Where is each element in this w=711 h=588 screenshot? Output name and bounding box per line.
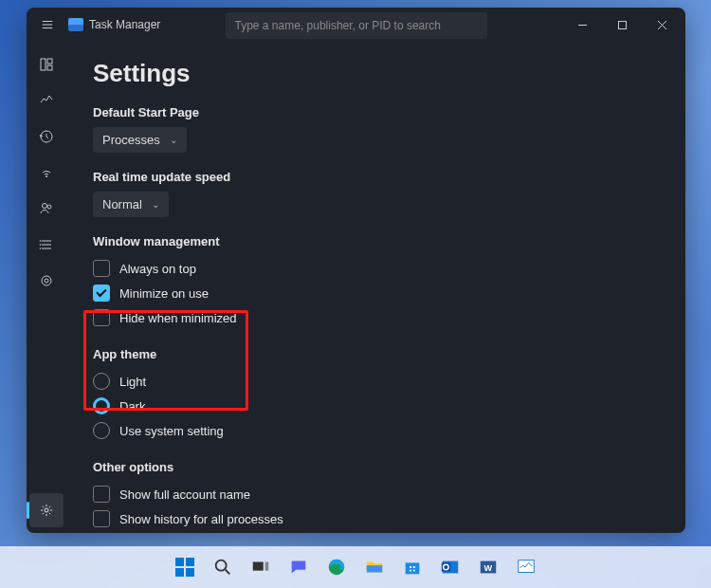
default-start-page-dropdown[interactable]: Processes ⌄ [93,127,187,153]
always-on-top-checkbox[interactable]: Always on top [93,256,659,281]
ask-efficiency-checkbox[interactable]: Ask me before applying Efficiency mode [93,531,659,533]
nav-performance[interactable] [29,83,64,118]
show-history-checkbox[interactable]: Show history for all processes [93,506,659,531]
edge-icon[interactable] [320,551,353,583]
search-placeholder: Type a name, publisher, or PID to search [235,19,441,32]
theme-light-radio[interactable]: Light [93,369,659,394]
checkbox-icon [93,260,110,277]
radio-icon [93,373,110,390]
checkbox-icon [93,510,110,527]
nav-app-history[interactable] [29,119,64,154]
update-speed-dropdown[interactable]: Normal ⌄ [93,192,169,217]
svg-rect-3 [47,65,52,70]
option-label: Use system setting [119,424,224,438]
file-explorer-icon[interactable] [358,551,391,583]
store-icon[interactable] [396,551,428,583]
app-icon [68,18,83,31]
full-account-checkbox[interactable]: Show full account name [93,482,659,506]
update-speed-label: Real time update speed [93,170,659,184]
nav-startup-apps[interactable] [29,156,64,190]
svg-rect-16 [265,562,269,571]
svg-point-6 [43,204,47,209]
chevron-down-icon: ⌄ [170,135,177,145]
option-label: Show history for all processes [119,512,283,526]
nav-users[interactable] [29,192,64,226]
radio-icon [93,397,110,414]
option-label: Always on top [119,262,196,276]
page-title: Settings [93,59,659,88]
checkbox-icon [93,486,110,503]
window-mgmt-label: Window management [93,234,659,248]
window-controls [562,8,682,42]
outlook-icon[interactable] [434,551,466,583]
checkbox-icon [93,285,110,302]
theme-dark-radio[interactable]: Dark [93,394,659,418]
taskbar: W [0,546,711,588]
svg-point-8 [40,240,42,242]
nav-processes[interactable] [29,47,64,82]
option-label: Minimize on use [119,286,209,301]
svg-point-13 [45,508,48,512]
svg-rect-15 [253,562,264,571]
svg-point-14 [216,560,227,571]
svg-point-11 [42,276,51,285]
chat-icon[interactable] [283,551,315,583]
dropdown-value: Processes [102,133,160,147]
svg-point-10 [40,248,42,249]
theme-system-radio[interactable]: Use system setting [93,418,659,443]
nav-rail [27,42,66,533]
taskbar-search-icon[interactable] [207,551,239,583]
svg-text:W: W [483,563,492,573]
app-theme-label: App theme [93,347,659,361]
task-view-icon[interactable] [245,551,277,583]
app-title: Task Manager [89,18,160,31]
option-label: Hide when minimized [119,311,237,325]
task-manager-taskbar-icon[interactable] [510,551,542,583]
radio-icon [93,422,110,439]
svg-point-9 [40,244,42,246]
start-button[interactable] [169,551,201,583]
settings-content: Settings Default Start Page Processes ⌄ … [66,42,685,533]
svg-rect-0 [618,21,626,28]
svg-point-5 [46,175,47,177]
word-icon[interactable]: W [472,551,504,583]
nav-details[interactable] [29,228,64,262]
task-manager-window: Task Manager Type a name, publisher, or … [27,8,685,533]
hide-when-minimized-checkbox[interactable]: Hide when minimized [93,305,659,330]
search-input[interactable]: Type a name, publisher, or PID to search [226,12,487,39]
minimize-on-use-checkbox[interactable]: Minimize on use [93,281,659,305]
other-options-label: Other options [93,460,659,474]
checkbox-icon [93,309,110,326]
nav-services[interactable] [29,264,64,298]
minimize-button[interactable] [562,8,602,42]
dropdown-value: Normal [102,197,142,211]
svg-rect-1 [41,59,46,70]
nav-settings[interactable] [29,493,64,527]
option-label: Show full account name [119,487,250,502]
svg-rect-19 [406,562,420,574]
chevron-down-icon: ⌄ [152,199,159,210]
option-label: Dark [119,399,145,413]
svg-rect-2 [47,59,52,64]
option-label: Light [119,375,146,389]
maximize-button[interactable] [602,8,642,42]
close-button[interactable] [642,8,682,42]
default-start-page-label: Default Start Page [93,105,659,119]
titlebar: Task Manager Type a name, publisher, or … [27,8,685,42]
svg-point-12 [45,279,48,283]
hamburger-menu-button[interactable] [30,8,64,42]
svg-point-7 [47,205,51,209]
